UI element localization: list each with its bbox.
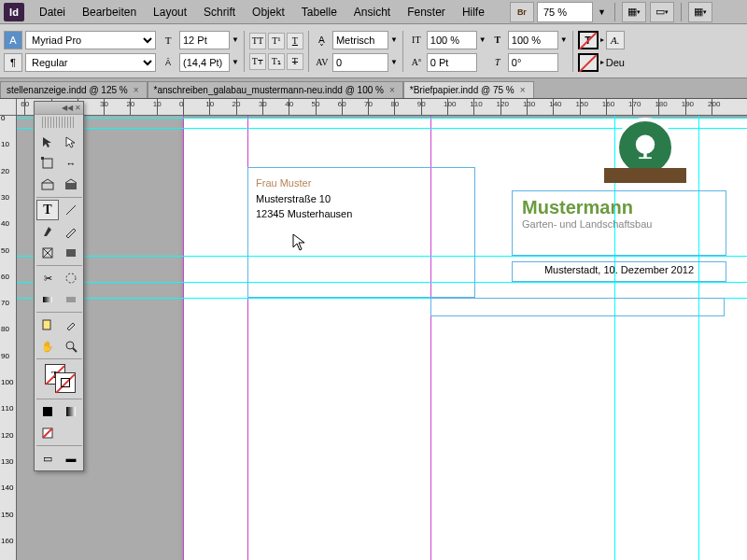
direct-selection-tool[interactable] xyxy=(60,132,82,152)
svg-rect-13 xyxy=(66,297,76,302)
gradient-feather-tool[interactable] xyxy=(60,289,82,310)
company-text-frame[interactable]: Mustermann Garten- und Landschaftsbau xyxy=(512,190,726,256)
scissors-tool[interactable]: ✂ xyxy=(36,268,59,288)
content-collector-tool[interactable] xyxy=(36,175,59,195)
svg-line-16 xyxy=(73,348,77,352)
recipient-name: Frau Muster xyxy=(256,175,467,191)
normal-view-button[interactable]: ▭ xyxy=(36,448,59,469)
menu-objekt[interactable]: Objekt xyxy=(245,2,292,22)
char-style-icon[interactable]: A. xyxy=(606,31,625,49)
baseline-input[interactable] xyxy=(427,53,477,72)
view-options-button[interactable]: ▦▾ xyxy=(622,2,646,22)
svg-rect-10 xyxy=(66,249,76,257)
menu-schrift[interactable]: Schrift xyxy=(196,2,243,22)
pencil-tool[interactable] xyxy=(60,221,82,242)
menu-bearbeiten[interactable]: Bearbeiten xyxy=(75,2,144,22)
close-icon[interactable]: × xyxy=(388,85,397,95)
close-icon[interactable]: × xyxy=(132,85,141,95)
recipient-street: Musterstraße 10 xyxy=(256,191,467,207)
selection-tool[interactable] xyxy=(36,132,59,152)
screen-mode-button[interactable]: ▭▾ xyxy=(650,2,674,22)
char-fill-icon[interactable]: T xyxy=(578,31,599,49)
gap-tool[interactable]: ↔ xyxy=(60,153,82,174)
svg-point-15 xyxy=(66,342,74,349)
tracking-input[interactable] xyxy=(332,53,388,72)
apply-none-button[interactable] xyxy=(36,423,59,443)
small-caps-button[interactable]: Tᴛ xyxy=(249,53,266,70)
zoom-tool[interactable] xyxy=(60,336,82,357)
skew-input[interactable] xyxy=(508,53,558,72)
kerning-icon: A̬ xyxy=(314,32,331,49)
svg-point-11 xyxy=(66,273,76,283)
tab-briefpapier[interactable]: *Briefpapier.indd @ 75 %× xyxy=(403,81,534,98)
zoom-level[interactable]: 75 % xyxy=(537,2,593,22)
font-style-select[interactable]: Regular xyxy=(25,53,156,72)
font-size-input[interactable] xyxy=(179,31,230,49)
apply-gradient-button[interactable] xyxy=(60,401,82,422)
tools-panel-header[interactable]: ◀◀ ✕ xyxy=(35,102,83,115)
close-icon[interactable]: × xyxy=(518,85,528,95)
type-tool[interactable]: T xyxy=(36,200,59,220)
bridge-button[interactable]: Br xyxy=(510,2,534,22)
menu-ansicht[interactable]: Ansicht xyxy=(346,2,398,22)
all-caps-button[interactable]: TT xyxy=(249,33,266,49)
hscale-input[interactable] xyxy=(508,31,558,49)
underline-button[interactable]: T xyxy=(287,33,303,49)
page-tool[interactable] xyxy=(36,153,59,174)
char-stroke-icon[interactable] xyxy=(578,53,599,72)
control-panel: A ¶ Myriad Pro Regular T▼ Ā▼ TT T¹ T Tᴛ … xyxy=(0,24,747,78)
company-logo xyxy=(600,118,689,188)
document-tabs: stellenanzeige.indd @ 125 %× *anschreibe… xyxy=(0,78,747,99)
content-placer-tool[interactable] xyxy=(60,175,82,195)
canvas[interactable]: Frau Muster Musterstraße 10 12345 Muster… xyxy=(17,116,747,560)
address-text-frame[interactable]: Frau Muster Musterstraße 10 12345 Muster… xyxy=(247,167,475,298)
tools-panel-grip[interactable] xyxy=(42,117,76,128)
svg-line-6 xyxy=(66,205,76,215)
body-text-frame[interactable] xyxy=(430,298,725,316)
menu-fenster[interactable]: Fenster xyxy=(400,2,453,22)
tab-anschreiben[interactable]: *anschreiben_galabau_mustermann-neu.indd… xyxy=(148,81,403,98)
kerning-input[interactable] xyxy=(332,31,388,49)
svg-rect-17 xyxy=(43,407,52,416)
apply-color-button[interactable] xyxy=(36,401,59,422)
strikethrough-button[interactable]: T xyxy=(287,53,303,70)
language-label: Deu xyxy=(606,57,625,68)
menu-datei[interactable]: Datei xyxy=(32,2,73,22)
character-mode-button[interactable]: A xyxy=(4,31,22,49)
rectangle-frame-tool[interactable] xyxy=(36,243,59,263)
hand-tool[interactable]: ✋ xyxy=(36,336,59,357)
note-tool[interactable] xyxy=(36,315,59,335)
svg-rect-14 xyxy=(43,320,50,329)
eyedropper-tool[interactable] xyxy=(60,315,82,335)
menu-layout[interactable]: Layout xyxy=(146,2,194,22)
superscript-button[interactable]: T¹ xyxy=(268,33,285,49)
preview-view-button[interactable]: ▬ xyxy=(60,448,82,469)
font-family-select[interactable]: Myriad Pro xyxy=(25,31,156,49)
tools-panel[interactable]: ◀◀ ✕ ↔ T ✂ ✋ T ▭ ▬ xyxy=(34,101,84,471)
leading-icon: Ā xyxy=(159,53,177,72)
skew-icon: T xyxy=(489,54,506,71)
pen-tool[interactable] xyxy=(36,221,59,242)
vertical-ruler[interactable]: 0102030405060708090100110120130140150160 xyxy=(0,116,17,560)
free-transform-tool[interactable] xyxy=(60,268,82,288)
date-line: Musterstadt, 10. Dezember 2012 xyxy=(544,264,694,275)
leading-input[interactable] xyxy=(179,53,230,72)
logo-banner xyxy=(604,168,686,183)
svg-rect-18 xyxy=(66,407,76,416)
gradient-swatch-tool[interactable] xyxy=(36,289,59,310)
tab-stellenanzeige[interactable]: stellenanzeige.indd @ 125 %× xyxy=(0,81,148,98)
vscale-input[interactable] xyxy=(427,31,477,49)
date-text-frame[interactable]: Musterstadt, 10. Dezember 2012 xyxy=(512,261,726,282)
paragraph-mode-button[interactable]: ¶ xyxy=(4,53,22,72)
stroke-proxy[interactable] xyxy=(55,372,76,393)
arrange-documents-button[interactable]: ▦▾ xyxy=(688,2,712,22)
horizontal-ruler[interactable]: 6050403020100102030405060708090100110120… xyxy=(17,99,747,116)
tracking-icon: AV xyxy=(314,54,331,71)
subscript-button[interactable]: T₁ xyxy=(268,53,285,70)
menu-hilfe[interactable]: Hilfe xyxy=(455,2,492,22)
fill-stroke-proxy[interactable]: T xyxy=(36,361,82,397)
line-tool[interactable] xyxy=(60,200,82,220)
menu-tabelle[interactable]: Tabelle xyxy=(294,2,345,22)
rectangle-tool[interactable] xyxy=(60,243,82,263)
hscale-icon: T xyxy=(489,32,506,49)
